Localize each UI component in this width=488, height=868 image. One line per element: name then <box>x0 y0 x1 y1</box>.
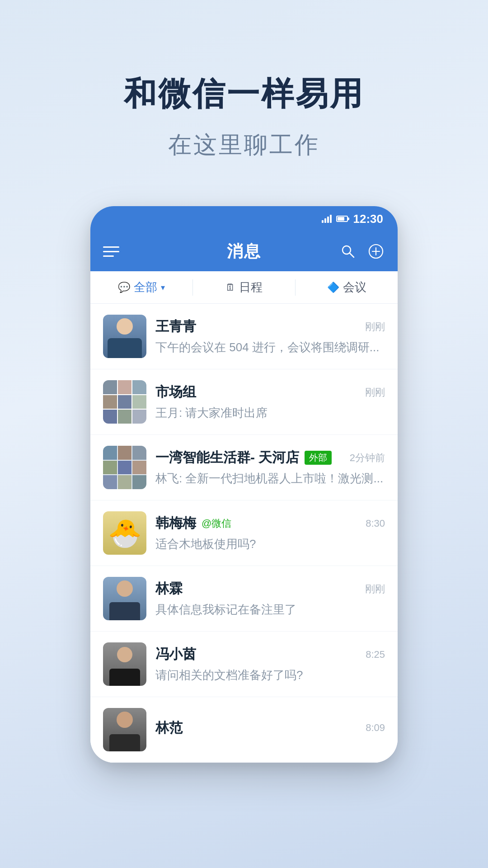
chat-content-wqq: 王青青 刚刚 下午的会议在 504 进行，会议将围绕调研... <box>155 317 385 355</box>
chat-header-market: 市场组 刚刚 <box>155 383 385 401</box>
chat-name-area-han: 韩梅梅 @微信 <box>155 514 231 533</box>
external-badge: 外部 <box>305 451 332 465</box>
yiwan-av-8 <box>118 475 132 489</box>
svg-line-1 <box>350 253 354 257</box>
chat-name-han: 韩梅梅 <box>155 514 196 533</box>
chat-preview-wqq: 下午的会议在 504 进行，会议将围绕调研... <box>155 340 385 355</box>
app-header: 消息 <box>90 231 398 271</box>
yiwan-av-4 <box>103 461 117 475</box>
chat-header-wqq: 王青青 刚刚 <box>155 317 385 336</box>
avatar-linfan <box>103 708 146 751</box>
chat-item-linfan[interactable]: 林范 8:09 <box>90 697 398 763</box>
chat-header-linlin: 林霖 刚刚 <box>155 580 385 598</box>
chat-preview-han: 适合木地板使用吗? <box>155 536 385 552</box>
chat-header-feng: 冯小茵 8:25 <box>155 645 385 664</box>
menu-line-3 <box>103 255 114 257</box>
yiwan-av-2 <box>118 446 132 460</box>
signal-icon <box>322 215 332 223</box>
tab-meeting-icon: 🔷 <box>327 282 339 293</box>
chat-name-wqq: 王青青 <box>155 317 196 336</box>
chat-header-han: 韩梅梅 @微信 8:30 <box>155 514 385 533</box>
tab-all[interactable]: 💬 全部 ▾ <box>90 271 192 303</box>
chat-item-han[interactable]: 🐣 韩梅梅 @微信 8:30 适合木地板使用吗? <box>90 500 398 566</box>
menu-line-1 <box>103 246 119 248</box>
yiwan-av-7 <box>103 475 117 489</box>
wechat-badge: @微信 <box>202 517 231 530</box>
chat-content-feng: 冯小茵 8:25 请问相关的文档准备好了吗? <box>155 645 385 683</box>
mini-av-3 <box>132 380 146 394</box>
chat-time-wqq: 刚刚 <box>365 320 385 334</box>
yiwan-av-6 <box>132 461 146 475</box>
chat-content-linfan: 林范 8:09 <box>155 719 385 741</box>
chat-header-yiwan: 一湾智能生活群- 天河店 外部 2分钟前 <box>155 448 385 467</box>
chat-time-feng: 8:25 <box>366 649 385 660</box>
mini-av-7 <box>103 410 117 424</box>
tab-bar: 💬 全部 ▾ 🗓 日程 🔷 会议 <box>90 271 398 304</box>
tab-all-icon: 💬 <box>118 282 130 293</box>
chat-preview-market: 王月: 请大家准时出席 <box>155 405 385 421</box>
chat-item-yiwan[interactable]: 一湾智能生活群- 天河店 外部 2分钟前 林飞: 全新一代扫地机器人上市啦！激光… <box>90 435 398 500</box>
chat-item-feng[interactable]: 冯小茵 8:25 请问相关的文档准备好了吗? <box>90 632 398 697</box>
mini-av-5 <box>118 395 132 409</box>
menu-line-2 <box>103 251 119 252</box>
yiwan-av-1 <box>103 446 117 460</box>
avatar-linlin <box>103 577 146 620</box>
chat-time-market: 刚刚 <box>365 386 385 399</box>
tab-all-chevron: ▾ <box>161 283 165 292</box>
avatar-market <box>103 380 146 424</box>
chat-name-area-yiwan: 一湾智能生活群- 天河店 外部 <box>155 448 332 467</box>
tab-schedule-label: 日程 <box>239 279 263 295</box>
chat-time-yiwan: 2分钟前 <box>350 451 385 465</box>
chat-list: 王青青 刚刚 下午的会议在 504 进行，会议将围绕调研... <box>90 304 398 763</box>
add-button[interactable] <box>367 242 385 260</box>
status-time: 12:30 <box>353 212 384 226</box>
yiwan-av-5 <box>118 461 132 475</box>
chat-content-yiwan: 一湾智能生活群- 天河店 外部 2分钟前 林飞: 全新一代扫地机器人上市啦！激光… <box>155 448 385 486</box>
mini-av-9 <box>132 410 146 424</box>
tab-meeting-label: 会议 <box>343 279 366 295</box>
yiwan-av-9 <box>132 475 146 489</box>
mini-av-4 <box>103 395 117 409</box>
chat-item-linlin[interactable]: 林霖 刚刚 具体信息我标记在备注里了 <box>90 566 398 632</box>
avatar-wqq <box>103 315 146 358</box>
chat-time-linlin: 刚刚 <box>365 582 385 596</box>
header-actions <box>339 242 385 260</box>
avatar-yiwan <box>103 446 146 489</box>
mini-av-6 <box>132 395 146 409</box>
chat-preview-yiwan: 林飞: 全新一代扫地机器人上市啦！激光测... <box>155 471 385 486</box>
menu-button[interactable] <box>103 241 123 261</box>
avatar-han: 🐣 <box>103 511 146 555</box>
chat-header-linfan: 林范 8:09 <box>155 719 385 737</box>
tab-schedule-icon: 🗓 <box>225 282 235 293</box>
chat-content-market: 市场组 刚刚 王月: 请大家准时出席 <box>155 383 385 421</box>
mini-av-1 <box>103 380 117 394</box>
header-title: 消息 <box>227 241 261 263</box>
chat-name-feng: 冯小茵 <box>155 645 196 664</box>
chat-time-han: 8:30 <box>366 518 385 529</box>
mini-av-2 <box>118 380 132 394</box>
hero-title: 和微信一样易用 <box>124 72 364 116</box>
chat-name-yiwan: 一湾智能生活群- 天河店 <box>155 448 299 467</box>
chat-name-linfan: 林范 <box>155 719 183 737</box>
search-button[interactable] <box>339 242 357 260</box>
chat-preview-linlin: 具体信息我标记在备注里了 <box>155 602 385 618</box>
mini-av-8 <box>118 410 132 424</box>
status-icons <box>322 215 348 223</box>
tab-meeting[interactable]: 🔷 会议 <box>296 271 398 303</box>
chat-item-wqq[interactable]: 王青青 刚刚 下午的会议在 504 进行，会议将围绕调研... <box>90 304 398 369</box>
battery-icon <box>336 216 348 222</box>
chat-content-linlin: 林霖 刚刚 具体信息我标记在备注里了 <box>155 580 385 618</box>
tab-all-label: 全部 <box>134 279 157 295</box>
chat-name-market: 市场组 <box>155 383 196 401</box>
status-bar: 12:30 <box>90 206 398 231</box>
chat-content-han: 韩梅梅 @微信 8:30 适合木地板使用吗? <box>155 514 385 552</box>
hero-subtitle: 在这里聊工作 <box>168 129 320 161</box>
tab-schedule[interactable]: 🗓 日程 <box>193 271 295 303</box>
avatar-feng <box>103 642 146 686</box>
yiwan-av-3 <box>132 446 146 460</box>
phone-mockup: 12:30 消息 <box>90 206 398 763</box>
chat-preview-feng: 请问相关的文档准备好了吗? <box>155 667 385 683</box>
chat-item-market[interactable]: 市场组 刚刚 王月: 请大家准时出席 <box>90 369 398 435</box>
chat-name-linlin: 林霖 <box>155 580 183 598</box>
chat-time-linfan: 8:09 <box>366 722 385 734</box>
